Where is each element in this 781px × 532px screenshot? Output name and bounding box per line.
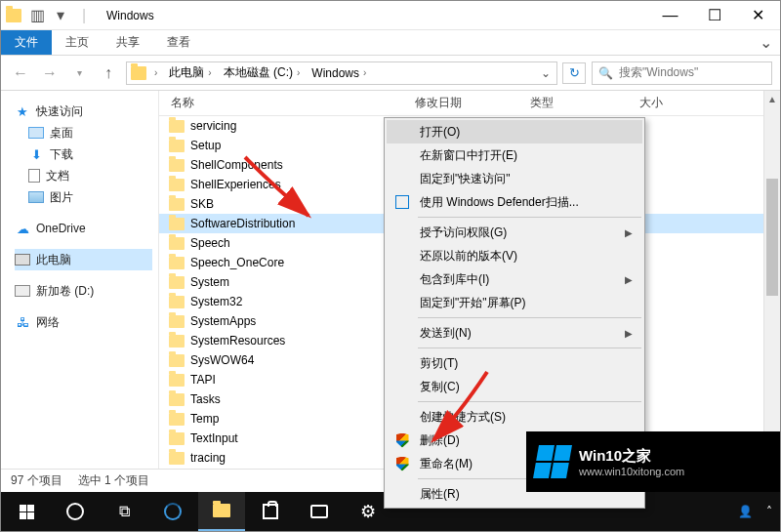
file-name: SoftwareDistribution	[190, 217, 295, 230]
ribbon-collapse-button[interactable]: ⌄	[751, 30, 780, 55]
tray-overflow-icon[interactable]: ˄	[766, 505, 772, 518]
recent-dropdown[interactable]: ▾	[67, 61, 91, 85]
ctx-pin-quick-access[interactable]: 固定到"快速访问"	[387, 167, 642, 190]
taskview-button[interactable]: ⧉	[101, 492, 147, 531]
ctx-pin-start[interactable]: 固定到"开始"屏幕(P)	[387, 291, 642, 314]
file-name: TAPI	[190, 373, 216, 387]
col-size[interactable]: 大小	[628, 95, 706, 111]
folder-icon	[131, 66, 146, 80]
column-headers[interactable]: 名称 修改日期 类型 大小	[159, 91, 780, 116]
explorer-button[interactable]	[198, 492, 245, 531]
tree-onedrive[interactable]: ☁OneDrive	[15, 218, 152, 239]
ctx-restore-previous[interactable]: 还原以前的版本(V)	[387, 244, 642, 267]
tree-this-pc[interactable]: 此电脑	[15, 249, 152, 270]
folder-icon	[169, 179, 185, 191]
qat-properties-icon[interactable]: ▥	[26, 5, 48, 26]
tree-downloads[interactable]: ⬇下载	[15, 143, 152, 165]
file-tab[interactable]: 文件	[1, 30, 52, 55]
ctx-copy[interactable]: 复制(C)	[387, 375, 642, 398]
file-name: ShellComponents	[190, 158, 283, 172]
ctx-send-to[interactable]: 发送到(N)▶	[387, 321, 642, 345]
folder-icon	[169, 198, 185, 211]
start-button[interactable]	[3, 492, 50, 531]
folder-icon	[169, 140, 185, 152]
ctx-cut[interactable]: 剪切(T)	[387, 351, 642, 375]
scroll-up-icon[interactable]: ▲	[764, 91, 780, 107]
tab-home[interactable]: 主页	[52, 30, 103, 55]
search-box[interactable]: 🔍 搜索"Windows"	[592, 61, 772, 85]
cloud-icon: ☁	[15, 221, 30, 236]
separator	[418, 348, 641, 348]
cortana-button[interactable]	[52, 492, 99, 531]
qat-dropdown-icon[interactable]: ▾	[50, 5, 71, 26]
col-date[interactable]: 修改日期	[403, 95, 518, 111]
edge-button[interactable]	[149, 492, 196, 531]
maximize-button[interactable]: ☐	[692, 1, 736, 29]
scroll-thumb[interactable]	[766, 179, 778, 296]
tray-people-icon[interactable]: 👤	[738, 505, 753, 518]
submenu-icon: ▶	[625, 274, 633, 285]
breadcrumb-seg[interactable]: Windows›	[304, 62, 370, 84]
forward-button[interactable]: →	[38, 61, 62, 85]
shield-icon	[394, 456, 410, 471]
breadcrumb-root[interactable]: ›	[146, 62, 161, 84]
file-name: SystemResources	[190, 334, 285, 348]
breadcrumb-seg[interactable]: 此电脑›	[161, 62, 215, 84]
qat-separator: |	[73, 5, 95, 26]
tab-share[interactable]: 共享	[103, 30, 153, 55]
breadcrumb-seg[interactable]: 本地磁盘 (C:)›	[216, 62, 305, 84]
file-name: Speech	[190, 236, 230, 250]
ctx-defender-scan[interactable]: 使用 Windows Defender扫描...	[387, 190, 642, 214]
separator	[418, 401, 641, 402]
desktop-icon	[28, 127, 44, 139]
ctx-open[interactable]: 打开(O)	[387, 120, 642, 143]
chevron-right-icon: ›	[208, 67, 211, 78]
minimize-button[interactable]: —	[648, 1, 692, 29]
folder-icon	[169, 374, 185, 387]
file-name: Tasks	[190, 392, 221, 406]
pc-icon	[15, 254, 30, 266]
up-button[interactable]: ↑	[97, 61, 120, 85]
folder-icon	[169, 296, 185, 308]
cortana-icon	[66, 503, 84, 520]
ctx-open-new-window[interactable]: 在新窗口中打开(E)	[387, 143, 642, 167]
ctx-include-library[interactable]: 包含到库中(I)▶	[387, 267, 642, 291]
folder-icon	[169, 393, 185, 406]
tree-documents[interactable]: 文档	[15, 165, 152, 186]
download-icon: ⬇	[28, 146, 44, 162]
folder-icon	[169, 218, 185, 230]
folder-icon	[169, 120, 185, 133]
network-icon: 🖧	[15, 314, 30, 330]
col-name[interactable]: 名称	[159, 95, 403, 111]
status-count: 97 个项目	[11, 472, 62, 489]
taskview-icon: ⧉	[119, 503, 130, 520]
tab-view[interactable]: 查看	[153, 30, 204, 55]
tree-pictures[interactable]: 图片	[15, 186, 152, 208]
back-button[interactable]: ←	[9, 61, 32, 85]
refresh-button[interactable]: ↻	[562, 62, 586, 84]
file-name: Setup	[190, 139, 221, 152]
ctx-grant-access[interactable]: 授予访问权限(G)▶	[387, 221, 642, 244]
folder-icon	[169, 452, 185, 465]
tree-desktop[interactable]: 桌面	[15, 122, 152, 143]
store-button[interactable]	[247, 492, 294, 531]
col-type[interactable]: 类型	[518, 95, 628, 111]
chevron-right-icon: ›	[297, 67, 300, 78]
address-dropdown[interactable]: ⌄	[535, 66, 556, 80]
tree-drive-d[interactable]: 新加卷 (D:)	[15, 280, 152, 302]
address-bar[interactable]: › 此电脑› 本地磁盘 (C:)› Windows› ⌄	[126, 61, 557, 85]
nav-tree[interactable]: ★快速访问 桌面 ⬇下载 文档 图片 ☁OneDrive 此电脑 新加卷 (D:…	[1, 91, 159, 469]
tree-network[interactable]: 🖧网络	[15, 311, 152, 333]
mail-button[interactable]	[296, 492, 343, 531]
ctx-create-shortcut[interactable]: 创建快捷方式(S)	[387, 405, 642, 429]
submenu-icon: ▶	[625, 227, 633, 238]
file-name: tracing	[190, 451, 226, 465]
close-button[interactable]: ✕	[736, 1, 780, 29]
file-name: SystemApps	[190, 314, 256, 328]
submenu-icon: ▶	[625, 328, 633, 339]
system-tray[interactable]: 👤 ˄	[738, 505, 778, 518]
scrollbar-vertical[interactable]: ▲ ▼	[763, 91, 780, 469]
folder-icon	[169, 315, 185, 328]
tree-quick-access[interactable]: ★快速访问	[15, 101, 152, 122]
file-name: SysWOW64	[190, 353, 254, 367]
